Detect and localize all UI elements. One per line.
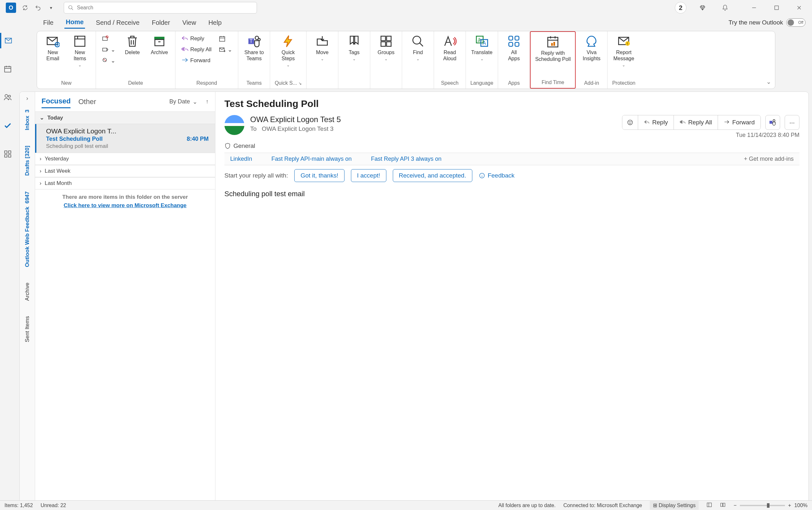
- viva-insights-button[interactable]: Viva Insights: [580, 34, 603, 61]
- junk-button[interactable]: ⌄: [100, 56, 117, 65]
- sync-icon[interactable]: [19, 1, 32, 14]
- tab-focused[interactable]: Focused: [41, 95, 70, 108]
- reading-replyall-button[interactable]: Reply All: [674, 115, 718, 130]
- ribbon-label-speech: Speech: [441, 80, 458, 87]
- svg-text:T: T: [249, 38, 253, 44]
- reply-scheduling-poll-button[interactable]: Reply with Scheduling Poll: [535, 35, 571, 62]
- share-to-teams-button[interactable]: TShare to Teams: [243, 34, 265, 61]
- ribbon-expand-icon[interactable]: ⌄: [766, 78, 771, 85]
- new-email-button[interactable]: New Email: [41, 34, 64, 61]
- display-settings-button[interactable]: ⊞ Display Settings: [650, 501, 699, 510]
- teams-share-button[interactable]: [765, 115, 780, 130]
- tags-button[interactable]: Tags⌄: [343, 34, 365, 61]
- get-more-addins[interactable]: + Get more add-ins: [744, 155, 794, 162]
- sort-direction-icon[interactable]: ↑: [206, 98, 209, 105]
- read-aloud-button[interactable]: Read Aloud: [439, 34, 461, 61]
- move-button[interactable]: Move⌄: [311, 34, 334, 61]
- rail-people-icon[interactable]: [0, 90, 16, 105]
- feedback-link[interactable]: Feedback: [479, 172, 514, 179]
- ribbon-group-delete: ⌄ ⌄ Delete Archive Delete: [96, 31, 176, 89]
- react-button[interactable]: [622, 115, 638, 130]
- zoom-in-icon[interactable]: +: [788, 503, 791, 508]
- folder-archive[interactable]: Archive: [24, 283, 31, 301]
- bell-icon[interactable]: [719, 1, 731, 14]
- rail-apps-icon[interactable]: [0, 146, 16, 162]
- archive-button[interactable]: Archive: [148, 34, 171, 55]
- menu-view[interactable]: View: [181, 17, 198, 28]
- menu-send-receive[interactable]: Send / Receive: [95, 17, 141, 28]
- svg-rect-18: [387, 36, 391, 40]
- rail-mail-icon[interactable]: [0, 33, 16, 48]
- rail-calendar-icon[interactable]: [0, 61, 16, 77]
- svg-point-48: [773, 119, 775, 121]
- more-respond-button[interactable]: ⌄: [217, 46, 234, 54]
- ribbon-group-findtime: Reply with Scheduling PollFind Time: [530, 31, 576, 89]
- ribbon-label-respond: Respond: [197, 80, 217, 87]
- addin-fastreply1[interactable]: Fast Reply API-main always on: [271, 155, 352, 162]
- ribbon-group-language: あATranslate⌄Language: [466, 31, 498, 89]
- menu-file[interactable]: File: [42, 17, 55, 28]
- reading-reply-button[interactable]: Reply: [638, 115, 674, 130]
- section-lastmonth[interactable]: ›Last Month: [35, 177, 215, 190]
- folder-drafts[interactable]: Drafts [320]: [24, 146, 31, 176]
- zoom-out-icon[interactable]: −: [733, 503, 736, 508]
- ribbon-label-quicksteps: Quick S... ↘: [275, 80, 302, 87]
- folder-sent[interactable]: Sent Items: [24, 316, 31, 342]
- quick-reply-chip-2[interactable]: I accept!: [351, 169, 386, 182]
- addin-linkedin[interactable]: LinkedIn: [230, 155, 252, 162]
- forward-button[interactable]: Forward: [180, 56, 213, 65]
- section-today[interactable]: ⌄Today: [35, 111, 215, 124]
- ribbon-group-quicksteps: Quick Steps⌄ Quick S... ↘: [270, 31, 306, 89]
- tab-other[interactable]: Other: [78, 96, 96, 108]
- meeting-button[interactable]: [217, 34, 234, 43]
- quick-steps-button[interactable]: Quick Steps⌄: [277, 34, 299, 68]
- more-actions-button[interactable]: ···: [785, 115, 800, 130]
- view-normal-icon[interactable]: [706, 502, 712, 509]
- all-apps-button[interactable]: All Apps: [503, 34, 525, 61]
- section-lastweek[interactable]: ›Last Week: [35, 165, 215, 177]
- close-button[interactable]: [793, 1, 806, 14]
- view-reading-icon[interactable]: [720, 502, 726, 509]
- try-new-outlook-toggle[interactable]: Off: [786, 18, 806, 27]
- ignore-button[interactable]: [100, 34, 117, 43]
- reply-all-button[interactable]: Reply All: [180, 46, 213, 54]
- cleanup-button[interactable]: ⌄: [100, 46, 117, 54]
- ribbon-group-move: Move⌄: [306, 31, 338, 89]
- notification-badge[interactable]: 2: [675, 2, 686, 13]
- menu-home[interactable]: Home: [64, 17, 85, 29]
- delete-button[interactable]: Delete: [121, 34, 144, 55]
- find-button[interactable]: Find⌄: [407, 34, 429, 61]
- maximize-button[interactable]: [770, 1, 783, 14]
- menu-help[interactable]: Help: [207, 17, 223, 28]
- svg-rect-10: [155, 39, 164, 46]
- view-more-link[interactable]: Click here to view more on Microsoft Exc…: [35, 202, 215, 209]
- undo-icon[interactable]: [32, 1, 44, 14]
- search-input[interactable]: Search: [64, 2, 257, 13]
- menu-folder[interactable]: Folder: [150, 17, 171, 28]
- ribbon-group-respond: Reply Reply All Forward ⌄ Respond: [176, 31, 238, 89]
- reading-forward-button[interactable]: Forward: [718, 115, 760, 130]
- section-yesterday[interactable]: ›Yesterday: [35, 153, 215, 165]
- reading-pane: Test Scheduling Poll OWA Explicit Logon …: [215, 92, 808, 503]
- minimize-button[interactable]: [748, 1, 760, 14]
- quick-reply-chip-3[interactable]: Received, and accepted.: [393, 169, 472, 182]
- report-message-button[interactable]: !Report Message⌄: [612, 34, 635, 68]
- translate-button[interactable]: あATranslate⌄: [471, 34, 493, 61]
- svg-point-46: [630, 122, 631, 122]
- new-items-button[interactable]: New Items⌄: [68, 34, 91, 68]
- message-item[interactable]: OWA Explicit Logon T... Test Scheduling …: [35, 124, 215, 153]
- ribbon-group-find: Find⌄: [402, 31, 434, 89]
- zoom-control[interactable]: − + 100%: [733, 503, 808, 508]
- folder-pane-expand-icon[interactable]: ›: [26, 95, 28, 102]
- rail-todo-icon[interactable]: [0, 118, 16, 133]
- premium-icon[interactable]: [696, 1, 709, 14]
- try-new-outlook-label: Try the new Outlook: [729, 19, 783, 26]
- quick-access-dropdown[interactable]: ▾: [44, 1, 57, 14]
- folder-owf[interactable]: Outlook Web Feedback 6947: [24, 191, 31, 267]
- sort-by-date[interactable]: By Date ⌄ ↑: [169, 98, 209, 105]
- folder-inbox[interactable]: Inbox 3: [24, 110, 31, 130]
- reply-button[interactable]: Reply: [180, 34, 213, 43]
- addin-fastreply2[interactable]: Fast Reply API 3 always on: [371, 155, 442, 162]
- quick-reply-chip-1[interactable]: Got it, thanks!: [294, 169, 344, 182]
- groups-button[interactable]: Groups⌄: [375, 34, 397, 61]
